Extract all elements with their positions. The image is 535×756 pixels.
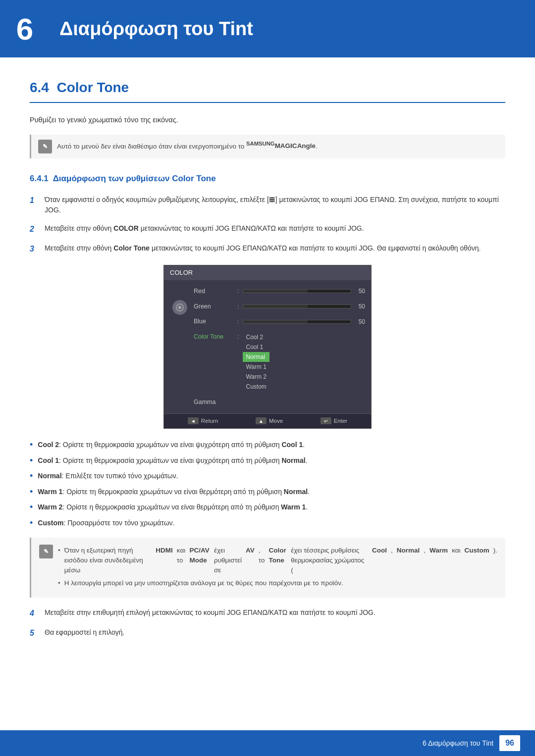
- dropdown-warm2: Warm 2: [243, 372, 269, 382]
- monitor-row-blue: Blue : 50: [194, 315, 365, 328]
- bullet-warm1-text: Warm 1: Ορίστε τη θερμοκρασία χρωμάτων ν…: [38, 487, 310, 497]
- monitor-icon: [172, 300, 187, 315]
- bullet-cool1: • Cool 1: Ορίστε τη θερμοκρασία χρωμάτων…: [30, 455, 505, 466]
- section-heading: 6.4 Color Tone: [30, 77, 505, 103]
- options-bullet-list: • Cool 2: Ορίστε τη θερμοκρασία χρωμάτων…: [30, 440, 505, 529]
- move-label: Move: [269, 417, 283, 425]
- note2-item2: Η λειτουργία μπορεί να μην υποστηρίζεται…: [58, 578, 497, 588]
- footer-btn-move: ▲ Move: [256, 417, 283, 425]
- dropdown-custom: Custom: [243, 382, 269, 392]
- monitor-row-colortone: Color Tone : Cool 2 Cool 1 Normal Warm 1…: [194, 331, 365, 393]
- monitor-body: Red : 50 Green : 50: [164, 280, 371, 413]
- enter-label: Enter: [334, 417, 348, 425]
- bullet-custom-text: Custom: Προσαρμόστε τον τόνο χρωμάτων.: [38, 518, 174, 528]
- step-text-5: Θα εφαρμοστεί η επιλογή.: [45, 627, 505, 639]
- step-4: 4 Μεταβείτε στην επιθυμητή επιλογή μετακ…: [30, 607, 505, 619]
- chapter-number: 6: [0, 9, 50, 49]
- step-1: 1 Όταν εμφανιστεί ο οδηγός κουμπιών ρυθμ…: [30, 195, 505, 215]
- monitor-left-panel: [170, 285, 190, 408]
- bullet-cool1-text: Cool 1: Ορίστε τη θερμοκρασία χρωμάτων ν…: [38, 455, 307, 466]
- step-text-4: Μεταβείτε στην επιθυμητή επιλογή μετακιν…: [45, 607, 505, 619]
- step-text-3: Μεταβείτε στην οθόνη Color Tone μετακινώ…: [45, 243, 505, 255]
- main-content: 6.4 Color Tone Ρυθμίζει το γενικό χρωματ…: [0, 77, 535, 679]
- step-text-2: Μεταβείτε στην οθόνη COLOR μετακινώντας …: [45, 223, 505, 235]
- move-icon: ▲: [256, 417, 267, 424]
- note2-item1: Όταν η εξωτερική πηγή εισόδου είναι συνδ…: [58, 546, 497, 576]
- note-box-1: ✎ Αυτό το μενού δεν είναι διαθέσιμο όταν…: [30, 135, 505, 158]
- monitor-title-bar: COLOR: [164, 265, 371, 280]
- dropdown-warm1: Warm 1: [243, 362, 269, 372]
- step-num-4: 4: [30, 607, 39, 619]
- step-num-5: 5: [30, 627, 39, 639]
- bullet-cool2-text: Cool 2: Ορίστε τη θερμοκρασία χρωμάτων ν…: [38, 440, 305, 450]
- enter-icon: ↵: [321, 417, 331, 424]
- step-2: 2 Μεταβείτε στην οθόνη COLOR μετακινώντα…: [30, 223, 505, 235]
- page-header: 6 Διαμόρφωση του Tint: [0, 0, 535, 57]
- monitor-label-blue: Blue: [194, 317, 233, 326]
- steps-after-list: 4 Μεταβείτε στην επιθυμητή επιλογή μετακ…: [30, 607, 505, 639]
- bullet-cool2: • Cool 2: Ορίστε τη θερμοκρασία χρωμάτων…: [30, 440, 505, 451]
- svg-point-1: [178, 306, 181, 309]
- monitor-label-green: Green: [194, 302, 233, 311]
- bullet-normal: • Normal: Επιλέξτε τον τυπικό τόνο χρωμά…: [30, 471, 505, 482]
- page-footer: 6 Διαμόρφωση του Tint 96: [0, 730, 535, 756]
- steps-list: 1 Όταν εμφανιστεί ο οδηγός κουμπιών ρυθμ…: [30, 195, 505, 255]
- monitor-label-red: Red: [194, 287, 233, 296]
- footer-btn-return: ◄ Return: [188, 417, 218, 425]
- note-icon-1: ✎: [38, 140, 52, 153]
- footer-btn-enter: ↵ Enter: [321, 417, 348, 425]
- bullet-warm1: • Warm 1: Ορίστε τη θερμοκρασία χρωμάτων…: [30, 487, 505, 498]
- return-icon: ◄: [188, 417, 199, 424]
- footer-chapter-text: 6 Διαμόρφωση του Tint: [423, 738, 493, 749]
- step-text-1: Όταν εμφανιστεί ο οδηγός κουμπιών ρυθμιζ…: [45, 195, 505, 215]
- dropdown-normal: Normal: [243, 352, 269, 362]
- bullet-custom: • Custom: Προσαρμόστε τον τόνο χρωμάτων.: [30, 518, 505, 529]
- monitor-footer: ◄ Return ▲ Move ↵ Enter: [164, 413, 371, 428]
- subsection-heading: 6.4.1 Διαμόρφωση των ρυθμίσεων Color Ton…: [30, 172, 505, 185]
- note-text-1: Αυτό το μενού δεν είναι διαθέσιμο όταν ε…: [57, 140, 318, 151]
- dropdown-cool1: Cool 1: [243, 342, 269, 352]
- step-num-3: 3: [30, 243, 39, 255]
- monitor-label-colortone: Color Tone: [194, 332, 233, 342]
- monitor-row-gamma: Gamma: [194, 396, 365, 408]
- monitor-row-red: Red : 50: [194, 285, 365, 298]
- section-description: Ρυθμίζει το γενικό χρωματικό τόνο της ει…: [30, 115, 505, 126]
- dropdown-cool2: Cool 2: [243, 332, 269, 342]
- step-num-2: 2: [30, 223, 39, 235]
- step-num-1: 1: [30, 195, 39, 215]
- monitor-row-green: Green : 50: [194, 301, 365, 313]
- monitor-screenshot: COLOR Red : 50: [163, 265, 372, 429]
- return-label: Return: [201, 417, 218, 425]
- note-content-2: Όταν η εξωτερική πηγή εισόδου είναι συνδ…: [58, 544, 497, 592]
- note-icon-2: ✎: [39, 545, 53, 558]
- chapter-title: Διαμόρφωση του Tint: [59, 15, 253, 43]
- step-3: 3 Μεταβείτε στην οθόνη Color Tone μετακι…: [30, 243, 505, 255]
- note-box-2: ✎ Όταν η εξωτερική πηγή εισόδου είναι συ…: [30, 538, 505, 598]
- monitor-label-gamma: Gamma: [194, 398, 233, 407]
- monitor-menu: Red : 50 Green : 50: [194, 285, 365, 408]
- bullet-warm2: • Warm 2: Ορίστε η θερμοκρασία χρωμάτων …: [30, 502, 505, 513]
- bullet-warm2-text: Warm 2: Ορίστε η θερμοκρασία χρωμάτων να…: [38, 502, 308, 512]
- footer-page-number: 96: [499, 735, 520, 751]
- step-5: 5 Θα εφαρμοστεί η επιλογή.: [30, 627, 505, 639]
- monitor-dropdown: Cool 2 Cool 1 Normal Warm 1 Warm 2 Custo…: [243, 332, 269, 392]
- bullet-normal-text: Normal: Επιλέξτε τον τυπικό τόνο χρωμάτω…: [38, 471, 178, 481]
